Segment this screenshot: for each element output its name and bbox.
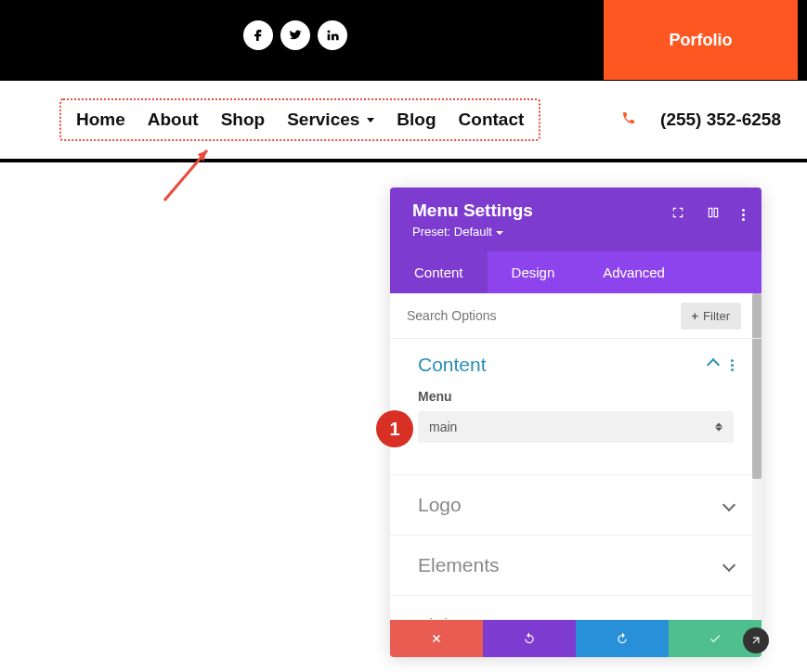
section-logo: Logo bbox=[390, 475, 761, 536]
resize-handle[interactable] bbox=[743, 627, 769, 653]
section-link-header[interactable]: Link bbox=[418, 614, 734, 620]
more-icon[interactable] bbox=[731, 359, 734, 371]
columns-icon[interactable] bbox=[707, 206, 720, 223]
filter-label: Filter bbox=[703, 309, 730, 323]
section-logo-header[interactable]: Logo bbox=[418, 494, 734, 516]
panel-tabs: Content Design Advanced bbox=[390, 252, 761, 293]
menu-settings-panel: Menu Settings Preset: Default Content De… bbox=[390, 187, 761, 657]
section-title: Logo bbox=[418, 494, 462, 516]
step-badge-1: 1 bbox=[376, 410, 413, 447]
cancel-button[interactable] bbox=[390, 620, 483, 657]
section-content: Content Menu main bbox=[390, 339, 761, 475]
nav-item-label: Contact bbox=[459, 110, 525, 130]
chevron-down-icon bbox=[722, 559, 735, 572]
section-icons bbox=[709, 359, 734, 371]
menu-field-label: Menu bbox=[418, 389, 734, 404]
chevron-down-icon bbox=[722, 498, 735, 511]
linkedin-icon[interactable] bbox=[318, 20, 347, 50]
portfolio-button[interactable]: Porfolio bbox=[604, 0, 798, 80]
section-link: Link bbox=[390, 596, 761, 620]
menu-select-value: main bbox=[429, 420, 457, 434]
expand-icon[interactable] bbox=[671, 206, 684, 223]
social-icons bbox=[243, 20, 347, 50]
facebook-icon[interactable] bbox=[243, 20, 273, 50]
panel-header-actions bbox=[671, 206, 745, 223]
chevron-down-icon bbox=[496, 231, 503, 235]
nav-item-home[interactable]: Home bbox=[76, 110, 125, 130]
panel-header[interactable]: Menu Settings Preset: Default bbox=[390, 187, 761, 252]
panel-preset[interactable]: Preset: Default bbox=[412, 225, 739, 239]
phone-icon bbox=[621, 110, 636, 129]
phone-area: (255) 352-6258 bbox=[621, 110, 781, 130]
undo-button[interactable] bbox=[483, 620, 576, 657]
nav-item-label: Shop bbox=[221, 110, 266, 130]
tab-design[interactable]: Design bbox=[488, 252, 579, 293]
section-title: Content bbox=[418, 354, 487, 376]
twitter-icon[interactable] bbox=[280, 20, 310, 50]
nav-item-services[interactable]: Services bbox=[287, 110, 374, 130]
plus-icon: + bbox=[692, 309, 699, 323]
nav-item-contact[interactable]: Contact bbox=[459, 110, 525, 130]
tab-advanced[interactable]: Advanced bbox=[579, 252, 689, 293]
search-row: +Filter bbox=[390, 293, 761, 339]
nav-item-label: Blog bbox=[397, 110, 436, 130]
chevron-up-icon bbox=[707, 358, 720, 371]
menu-select[interactable]: main bbox=[418, 411, 734, 443]
panel-footer bbox=[390, 620, 761, 657]
navbar: Home About Shop Services Blog Contact (2… bbox=[0, 81, 807, 162]
tab-content[interactable]: Content bbox=[390, 252, 488, 293]
nav-item-label: About bbox=[148, 110, 199, 130]
section-title: Link bbox=[418, 614, 454, 620]
nav-item-about[interactable]: About bbox=[148, 110, 199, 130]
nav-menu-selection[interactable]: Home About Shop Services Blog Contact bbox=[59, 98, 540, 141]
filter-button[interactable]: +Filter bbox=[681, 303, 741, 330]
preset-label: Preset: Default bbox=[412, 225, 492, 239]
redo-button[interactable] bbox=[576, 620, 669, 657]
nav-item-shop[interactable]: Shop bbox=[221, 110, 266, 130]
phone-number[interactable]: (255) 352-6258 bbox=[660, 110, 781, 130]
chevron-down-icon bbox=[367, 118, 374, 123]
nav-item-label: Home bbox=[76, 110, 125, 130]
top-bar: Porfolio bbox=[0, 0, 807, 81]
section-content-header[interactable]: Content bbox=[418, 354, 734, 376]
section-title: Elements bbox=[418, 554, 500, 576]
nav-item-blog[interactable]: Blog bbox=[397, 110, 436, 130]
section-elements-header[interactable]: Elements bbox=[418, 554, 734, 576]
more-icon[interactable] bbox=[742, 209, 745, 221]
section-elements: Elements bbox=[390, 536, 761, 596]
sort-icon bbox=[715, 423, 722, 432]
nav-item-label: Services bbox=[287, 110, 359, 130]
panel-body: +Filter Content Menu main Logo bbox=[390, 293, 761, 620]
